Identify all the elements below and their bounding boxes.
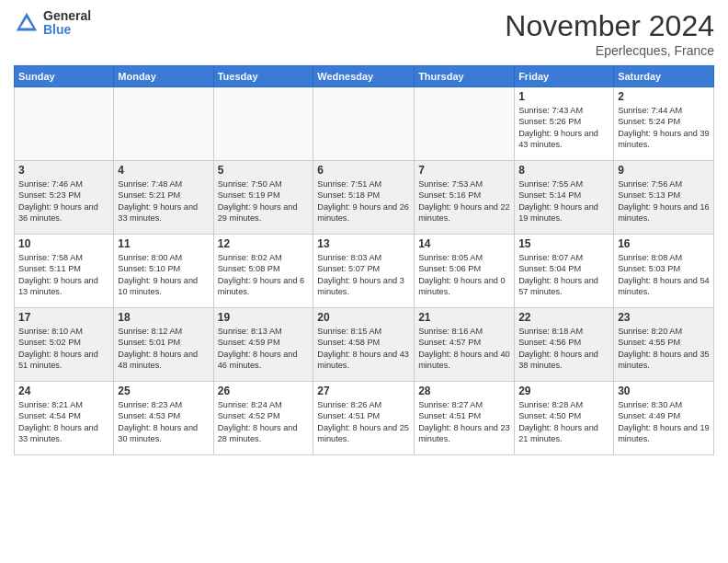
day-number: 12 xyxy=(218,237,310,250)
day-number: 24 xyxy=(18,385,109,397)
col-sunday: Sunday xyxy=(15,66,114,87)
day-info: Sunrise: 7:58 AM Sunset: 5:11 PM Dayligh… xyxy=(18,252,109,298)
day-info: Sunrise: 8:16 AM Sunset: 4:57 PM Dayligh… xyxy=(418,326,510,372)
day-info: Sunrise: 8:26 AM Sunset: 4:51 PM Dayligh… xyxy=(317,399,410,445)
table-row: 14Sunrise: 8:05 AM Sunset: 5:06 PM Dayli… xyxy=(415,235,515,308)
table-row: 5Sunrise: 7:50 AM Sunset: 5:19 PM Daylig… xyxy=(213,161,313,235)
logo-text: General Blue xyxy=(43,9,91,38)
day-info: Sunrise: 8:05 AM Sunset: 5:06 PM Dayligh… xyxy=(418,252,510,298)
table-row xyxy=(415,87,515,161)
col-monday: Monday xyxy=(114,66,213,87)
table-row: 27Sunrise: 8:26 AM Sunset: 4:51 PM Dayli… xyxy=(313,382,415,455)
table-row: 10Sunrise: 7:58 AM Sunset: 5:11 PM Dayli… xyxy=(15,235,114,308)
day-info: Sunrise: 7:55 AM Sunset: 5:14 PM Dayligh… xyxy=(518,178,609,224)
day-number: 19 xyxy=(218,311,310,324)
day-number: 23 xyxy=(618,311,710,324)
logo-blue-text: Blue xyxy=(43,23,91,37)
table-row: 11Sunrise: 8:00 AM Sunset: 5:10 PM Dayli… xyxy=(114,235,213,308)
title-block: November 2024 Eperlecques, France xyxy=(505,9,714,58)
day-info: Sunrise: 8:20 AM Sunset: 4:55 PM Dayligh… xyxy=(618,326,710,372)
day-info: Sunrise: 7:44 AM Sunset: 5:24 PM Dayligh… xyxy=(618,105,710,151)
day-number: 2 xyxy=(618,90,710,103)
day-info: Sunrise: 8:24 AM Sunset: 4:52 PM Dayligh… xyxy=(218,399,310,445)
day-info: Sunrise: 7:53 AM Sunset: 5:16 PM Dayligh… xyxy=(418,178,510,224)
day-info: Sunrise: 7:50 AM Sunset: 5:19 PM Dayligh… xyxy=(218,178,310,224)
table-row: 9Sunrise: 7:56 AM Sunset: 5:13 PM Daylig… xyxy=(614,161,714,235)
calendar-week-row: 1Sunrise: 7:43 AM Sunset: 5:26 PM Daylig… xyxy=(15,87,714,161)
day-number: 4 xyxy=(118,164,209,177)
table-row: 24Sunrise: 8:21 AM Sunset: 4:54 PM Dayli… xyxy=(15,382,114,455)
header: General Blue November 2024 Eperlecques, … xyxy=(14,9,714,58)
day-info: Sunrise: 8:07 AM Sunset: 5:04 PM Dayligh… xyxy=(518,252,609,298)
table-row: 12Sunrise: 8:02 AM Sunset: 5:08 PM Dayli… xyxy=(213,235,313,308)
day-info: Sunrise: 7:43 AM Sunset: 5:26 PM Dayligh… xyxy=(518,105,609,151)
table-row: 30Sunrise: 8:30 AM Sunset: 4:49 PM Dayli… xyxy=(614,382,714,455)
day-info: Sunrise: 8:12 AM Sunset: 5:01 PM Dayligh… xyxy=(118,326,209,372)
table-row: 7Sunrise: 7:53 AM Sunset: 5:16 PM Daylig… xyxy=(415,161,515,235)
day-number: 16 xyxy=(618,237,710,250)
day-number: 27 xyxy=(317,385,410,397)
table-row: 17Sunrise: 8:10 AM Sunset: 5:02 PM Dayli… xyxy=(15,308,114,382)
col-friday: Friday xyxy=(515,66,614,87)
calendar-week-row: 3Sunrise: 7:46 AM Sunset: 5:23 PM Daylig… xyxy=(15,161,714,235)
day-info: Sunrise: 8:00 AM Sunset: 5:10 PM Dayligh… xyxy=(118,252,209,298)
calendar-week-row: 24Sunrise: 8:21 AM Sunset: 4:54 PM Dayli… xyxy=(15,382,714,455)
month-title: November 2024 xyxy=(505,9,714,43)
table-row: 16Sunrise: 8:08 AM Sunset: 5:03 PM Dayli… xyxy=(614,235,714,308)
calendar-body: 1Sunrise: 7:43 AM Sunset: 5:26 PM Daylig… xyxy=(15,87,714,455)
day-number: 13 xyxy=(317,237,410,250)
day-info: Sunrise: 8:03 AM Sunset: 5:07 PM Dayligh… xyxy=(317,252,410,298)
day-number: 10 xyxy=(18,237,109,250)
day-info: Sunrise: 8:13 AM Sunset: 4:59 PM Dayligh… xyxy=(218,326,310,372)
day-info: Sunrise: 7:56 AM Sunset: 5:13 PM Dayligh… xyxy=(618,178,710,224)
day-info: Sunrise: 7:48 AM Sunset: 5:21 PM Dayligh… xyxy=(118,178,209,224)
calendar-week-row: 17Sunrise: 8:10 AM Sunset: 5:02 PM Dayli… xyxy=(15,308,714,382)
day-number: 3 xyxy=(18,164,109,177)
table-row: 19Sunrise: 8:13 AM Sunset: 4:59 PM Dayli… xyxy=(213,308,313,382)
day-info: Sunrise: 8:15 AM Sunset: 4:58 PM Dayligh… xyxy=(317,326,410,372)
day-info: Sunrise: 8:23 AM Sunset: 4:53 PM Dayligh… xyxy=(118,399,209,445)
col-tuesday: Tuesday xyxy=(213,66,313,87)
logo-icon xyxy=(14,10,40,36)
day-number: 26 xyxy=(218,385,310,397)
day-info: Sunrise: 8:02 AM Sunset: 5:08 PM Dayligh… xyxy=(218,252,310,298)
day-number: 17 xyxy=(18,311,109,324)
day-number: 28 xyxy=(418,385,510,397)
page-container: General Blue November 2024 Eperlecques, … xyxy=(0,0,728,460)
day-number: 1 xyxy=(518,90,609,103)
day-number: 7 xyxy=(418,164,510,177)
calendar-week-row: 10Sunrise: 7:58 AM Sunset: 5:11 PM Dayli… xyxy=(15,235,714,308)
day-number: 18 xyxy=(118,311,209,324)
day-number: 20 xyxy=(317,311,410,324)
location: Eperlecques, France xyxy=(505,43,714,58)
table-row xyxy=(15,87,114,161)
table-row xyxy=(213,87,313,161)
day-info: Sunrise: 8:10 AM Sunset: 5:02 PM Dayligh… xyxy=(18,326,109,372)
day-number: 15 xyxy=(518,237,609,250)
table-row: 3Sunrise: 7:46 AM Sunset: 5:23 PM Daylig… xyxy=(15,161,114,235)
table-row: 23Sunrise: 8:20 AM Sunset: 4:55 PM Dayli… xyxy=(614,308,714,382)
table-row: 22Sunrise: 8:18 AM Sunset: 4:56 PM Dayli… xyxy=(515,308,614,382)
table-row: 29Sunrise: 8:28 AM Sunset: 4:50 PM Dayli… xyxy=(515,382,614,455)
table-row xyxy=(114,87,213,161)
table-row: 18Sunrise: 8:12 AM Sunset: 5:01 PM Dayli… xyxy=(114,308,213,382)
col-wednesday: Wednesday xyxy=(313,66,415,87)
col-thursday: Thursday xyxy=(415,66,515,87)
day-info: Sunrise: 7:51 AM Sunset: 5:18 PM Dayligh… xyxy=(317,178,410,224)
table-row: 8Sunrise: 7:55 AM Sunset: 5:14 PM Daylig… xyxy=(515,161,614,235)
day-number: 8 xyxy=(518,164,609,177)
table-row: 20Sunrise: 8:15 AM Sunset: 4:58 PM Dayli… xyxy=(313,308,415,382)
table-row: 28Sunrise: 8:27 AM Sunset: 4:51 PM Dayli… xyxy=(415,382,515,455)
table-row: 13Sunrise: 8:03 AM Sunset: 5:07 PM Dayli… xyxy=(313,235,415,308)
day-info: Sunrise: 8:18 AM Sunset: 4:56 PM Dayligh… xyxy=(518,326,609,372)
day-number: 30 xyxy=(618,385,710,397)
day-info: Sunrise: 8:08 AM Sunset: 5:03 PM Dayligh… xyxy=(618,252,710,298)
day-number: 6 xyxy=(317,164,410,177)
day-info: Sunrise: 8:28 AM Sunset: 4:50 PM Dayligh… xyxy=(518,399,609,445)
logo: General Blue xyxy=(14,9,91,38)
table-row: 15Sunrise: 8:07 AM Sunset: 5:04 PM Dayli… xyxy=(515,235,614,308)
day-number: 11 xyxy=(118,237,209,250)
day-number: 21 xyxy=(418,311,510,324)
table-row: 25Sunrise: 8:23 AM Sunset: 4:53 PM Dayli… xyxy=(114,382,213,455)
day-info: Sunrise: 8:27 AM Sunset: 4:51 PM Dayligh… xyxy=(418,399,510,445)
